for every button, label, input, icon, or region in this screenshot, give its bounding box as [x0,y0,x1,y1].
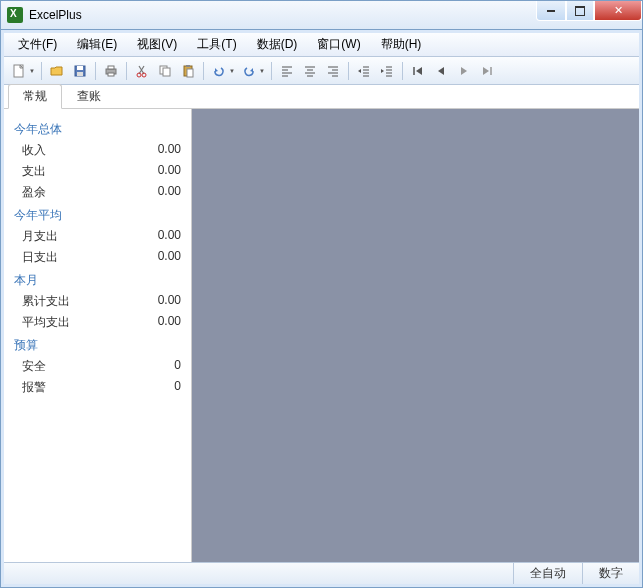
menu-tools[interactable]: 工具(T) [187,34,246,55]
last-button[interactable] [476,60,498,82]
row-income: 收入0.00 [14,140,181,161]
sidebar-panel: 今年总体 收入0.00 支出0.00 盈余0.00 今年平均 月支出0.00 日… [4,109,192,562]
new-dropdown-icon[interactable]: ▼ [29,68,37,74]
align-right-button[interactable] [322,60,344,82]
section-this-month: 本月 [14,268,181,291]
toolbar: ▼ ▼ ▼ [4,57,639,85]
close-button[interactable] [594,1,642,21]
prev-button[interactable] [430,60,452,82]
menu-file[interactable]: 文件(F) [8,34,67,55]
save-button[interactable] [69,60,91,82]
menu-edit[interactable]: 编辑(E) [67,34,127,55]
maximize-button[interactable] [566,1,594,21]
app-icon [7,7,23,23]
cut-button[interactable] [131,60,153,82]
svg-rect-13 [187,69,193,77]
row-safe: 安全0 [14,356,181,377]
redo-dropdown-icon[interactable]: ▼ [259,68,267,74]
menu-window[interactable]: 窗口(W) [307,34,370,55]
status-auto: 全自动 [513,563,582,584]
row-daily-expense: 日支出0.00 [14,247,181,268]
content-area: 今年总体 收入0.00 支出0.00 盈余0.00 今年平均 月支出0.00 日… [4,109,639,562]
undo-dropdown-icon[interactable]: ▼ [229,68,237,74]
menu-help[interactable]: 帮助(H) [371,34,432,55]
tab-bar: 常规 查账 [4,85,639,109]
row-cumulative-expense: 累计支出0.00 [14,291,181,312]
indent-decrease-button[interactable] [353,60,375,82]
svg-rect-5 [108,66,114,69]
svg-rect-2 [77,66,83,70]
workspace [192,109,639,562]
status-num: 数字 [582,563,639,584]
tab-general[interactable]: 常规 [8,84,62,109]
minimize-button[interactable] [536,1,566,21]
copy-button[interactable] [154,60,176,82]
section-year-avg: 今年平均 [14,203,181,226]
menu-view[interactable]: 视图(V) [127,34,187,55]
svg-rect-6 [108,73,114,76]
menu-bar: 文件(F) 编辑(E) 视图(V) 工具(T) 数据(D) 窗口(W) 帮助(H… [4,33,639,57]
first-button[interactable] [407,60,429,82]
align-center-button[interactable] [299,60,321,82]
new-button[interactable] [8,60,30,82]
row-surplus: 盈余0.00 [14,182,181,203]
title-bar: ExcelPlus [0,0,643,30]
row-monthly-expense: 月支出0.00 [14,226,181,247]
svg-rect-12 [186,65,190,67]
paste-button[interactable] [177,60,199,82]
print-button[interactable] [100,60,122,82]
svg-rect-10 [163,68,170,76]
section-budget: 预算 [14,333,181,356]
status-bar: 全自动 数字 [4,562,639,584]
next-button[interactable] [453,60,475,82]
svg-rect-3 [77,72,83,76]
undo-button[interactable] [208,60,230,82]
section-year-total: 今年总体 [14,117,181,140]
align-left-button[interactable] [276,60,298,82]
app-title: ExcelPlus [29,8,82,22]
window-controls [536,1,642,21]
menu-data[interactable]: 数据(D) [247,34,308,55]
redo-button[interactable] [238,60,260,82]
tab-ledger[interactable]: 查账 [62,84,116,109]
row-expense: 支出0.00 [14,161,181,182]
row-avg-expense: 平均支出0.00 [14,312,181,333]
row-alarm: 报警0 [14,377,181,398]
open-button[interactable] [46,60,68,82]
indent-increase-button[interactable] [376,60,398,82]
